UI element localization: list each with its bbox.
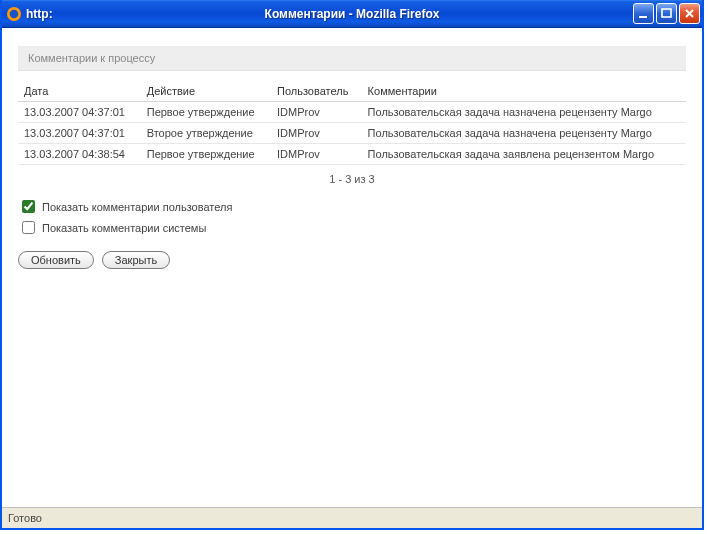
svg-rect-2 <box>639 16 647 18</box>
cell-action: Первое утверждение <box>141 102 271 123</box>
comments-table: Дата Действие Пользователь Комментарии 1… <box>18 81 686 165</box>
show-user-comments-checkbox[interactable] <box>22 200 35 213</box>
close-icon <box>683 7 696 20</box>
cell-date: 13.03.2007 04:37:01 <box>18 123 141 144</box>
col-action: Действие <box>141 81 271 102</box>
cell-user: IDMProv <box>271 144 362 165</box>
cell-comment: Пользовательская задача назначена реценз… <box>362 102 686 123</box>
pager: 1 - 3 из 3 <box>18 173 686 185</box>
cell-user: IDMProv <box>271 123 362 144</box>
cell-comment: Пользовательская задача назначена реценз… <box>362 123 686 144</box>
svg-rect-3 <box>662 9 671 17</box>
cell-comment: Пользовательская задача заявлена рецензе… <box>362 144 686 165</box>
maximize-icon <box>660 7 673 20</box>
page-content: Комментарии к процессу Дата Действие Пол… <box>2 28 702 507</box>
cell-date: 13.03.2007 04:37:01 <box>18 102 141 123</box>
client-area: Комментарии к процессу Дата Действие Пол… <box>2 28 702 528</box>
table-header-row: Дата Действие Пользователь Комментарии <box>18 81 686 102</box>
window-title: Комментарии - Mozilla Firefox <box>2 7 702 21</box>
window-controls <box>633 3 700 24</box>
show-system-comments-label: Показать комментарии системы <box>42 222 206 234</box>
show-user-comments-label: Показать комментарии пользователя <box>42 201 232 213</box>
minimize-button[interactable] <box>633 3 654 24</box>
title-bar[interactable]: http: Комментарии - Mozilla Firefox <box>2 0 702 28</box>
col-date: Дата <box>18 81 141 102</box>
firefox-icon <box>6 6 22 22</box>
col-comment: Комментарии <box>362 81 686 102</box>
show-user-comments-option[interactable]: Показать комментарии пользователя <box>18 197 686 216</box>
table-row: 13.03.2007 04:37:01 Первое утверждение I… <box>18 102 686 123</box>
minimize-icon <box>637 7 650 20</box>
maximize-button[interactable] <box>656 3 677 24</box>
col-user: Пользователь <box>271 81 362 102</box>
table-row: 13.03.2007 04:38:54 Первое утверждение I… <box>18 144 686 165</box>
refresh-button[interactable]: Обновить <box>18 251 94 269</box>
svg-point-1 <box>10 9 19 18</box>
browser-window: http: Комментарии - Mozilla Firefox Комм… <box>0 0 704 530</box>
cell-action: Второе утверждение <box>141 123 271 144</box>
options-block: Показать комментарии пользователя Показа… <box>18 197 686 237</box>
status-bar: Готово <box>2 507 702 528</box>
status-text: Готово <box>8 512 42 524</box>
cell-user: IDMProv <box>271 102 362 123</box>
cell-date: 13.03.2007 04:38:54 <box>18 144 141 165</box>
close-dialog-button[interactable]: Закрыть <box>102 251 170 269</box>
section-heading: Комментарии к процессу <box>18 46 686 71</box>
show-system-comments-checkbox[interactable] <box>22 221 35 234</box>
buttons-row: Обновить Закрыть <box>18 251 686 269</box>
table-row: 13.03.2007 04:37:01 Второе утверждение I… <box>18 123 686 144</box>
show-system-comments-option[interactable]: Показать комментарии системы <box>18 218 686 237</box>
cell-action: Первое утверждение <box>141 144 271 165</box>
titlebar-url: http: <box>26 7 53 21</box>
close-button[interactable] <box>679 3 700 24</box>
